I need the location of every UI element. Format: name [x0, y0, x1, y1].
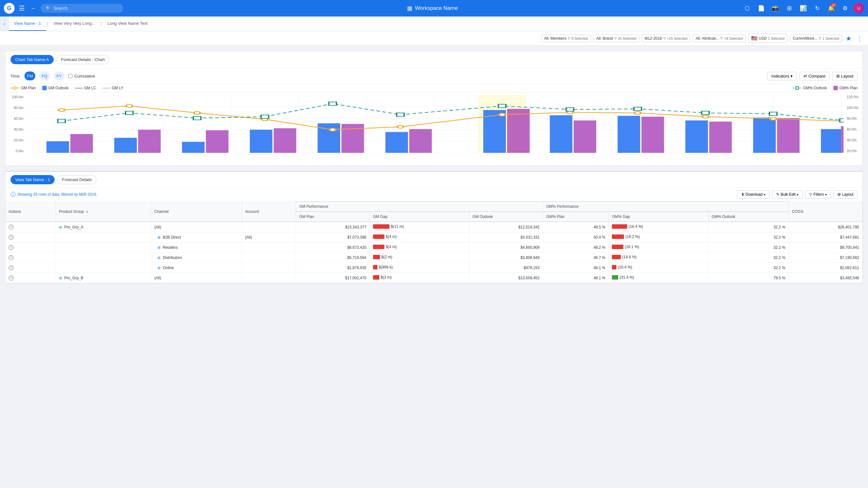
row-cogs: $7,190,562 — [788, 252, 862, 263]
chart-content-area: Chart Tab Name A Forecast Details - Char… — [5, 51, 863, 166]
download-button[interactable]: ⬇ Download ▾ — [737, 190, 770, 199]
view-tab-3[interactable]: Long View Name Text — [102, 17, 153, 31]
expand-icon-4[interactable]: ⊞ — [158, 256, 160, 260]
chart-right-controls: Indicators ▾ ⇄ Compare ⊞ Layout — [767, 72, 858, 81]
cumulative-label: Cumulative — [74, 74, 95, 79]
svg-rect-35 — [70, 134, 93, 153]
info-circle-icon[interactable]: ⓘ — [8, 235, 14, 240]
row-gm-gap: $(4 m) — [370, 232, 469, 242]
bulk-edit-button[interactable]: ✎ Bulk Edit ▾ — [772, 190, 803, 199]
row-actions[interactable]: ⓘ — [5, 263, 56, 273]
settings-button[interactable]: ⚙ — [839, 3, 851, 14]
row-gm-gap: $(2 m) — [370, 252, 469, 263]
table-layout-button[interactable]: ⊞ Layout — [833, 190, 858, 199]
back-button[interactable]: ← — [29, 4, 37, 13]
info-circle-icon[interactable]: ⓘ — [8, 245, 14, 250]
info-circle-icon[interactable]: ⓘ — [8, 255, 14, 260]
table-row: ⓘ ⊞ Online $1,876,935 $(899 k) — [5, 263, 863, 273]
view-tab-2[interactable]: View Very Very Long... — [48, 17, 100, 31]
row-gm-pct-gap: (16.1 %) — [609, 242, 708, 252]
gm-plan-line-icon — [10, 86, 20, 90]
svg-rect-44 — [709, 122, 732, 153]
filter-funnel-icon-4: ▽ — [720, 36, 723, 40]
info-circle-icon[interactable]: ⓘ — [8, 275, 14, 280]
fm-period-button[interactable]: FM — [25, 71, 35, 81]
compare-button[interactable]: ⇄ Compare — [799, 72, 829, 81]
notifications-button[interactable]: 🔔 19 — [826, 3, 837, 14]
row-actions[interactable]: ⓘ — [5, 222, 56, 232]
hamburger-menu-button[interactable]: ☰ — [18, 3, 26, 13]
chart-svg: M01-2020 M02-2020 M03-2020 M04-2020 M05-… — [28, 95, 843, 153]
col-header-product-group[interactable]: Product Group ⇅ — [56, 202, 151, 222]
row-actions[interactable]: ⓘ — [5, 242, 56, 252]
y-axis-right: 120.0% 100.0% 80.0% 60.0% 40.0% 20.0% — [844, 95, 863, 153]
tab-nav-button[interactable]: ‹ — [0, 17, 9, 31]
gm-outlook-label: GM Outlook — [48, 86, 69, 90]
cumulative-checkbox-label[interactable]: Cumulative — [68, 74, 95, 79]
filters-button[interactable]: ▽ Filters ▾ — [805, 190, 831, 199]
chart-tab-forecast[interactable]: Forecast Details - Chart — [56, 55, 109, 64]
row-gm-outlook: $3,531,331 — [469, 232, 543, 242]
favorite-star-button[interactable]: ★ — [844, 33, 853, 43]
view-tab-1[interactable]: View Name - 1 — [9, 17, 46, 31]
table-tab-forecast[interactable]: Forecast Details — [57, 175, 97, 184]
filter-date[interactable]: M12-2018 ▽ +15 Selected — [642, 35, 690, 42]
search-bar[interactable]: 🔍 — [41, 4, 123, 13]
row-cogs: $3,485,548 — [788, 273, 862, 283]
chevron-down-icon: ▾ — [790, 74, 793, 79]
gm-pct-gap-bar — [612, 265, 616, 269]
row-actions[interactable]: ⓘ — [5, 252, 56, 263]
info-circle-icon[interactable]: ⓘ — [8, 265, 14, 270]
indicators-button[interactable]: Indicators ▾ — [767, 72, 797, 81]
fy-period-button[interactable]: FY — [54, 71, 64, 81]
expand-icon-2[interactable]: ⊞ — [158, 236, 160, 239]
table-tab-1[interactable]: View Tab Name - 1 — [10, 175, 55, 184]
expand-icon-6[interactable]: ⊞ — [59, 276, 62, 280]
user-avatar[interactable]: U — [854, 3, 864, 14]
refresh-button[interactable]: ↻ — [811, 3, 823, 14]
gm-lc-line-icon — [75, 88, 83, 89]
svg-rect-32 — [685, 120, 708, 153]
export-pdf-button[interactable]: ⬡ — [742, 3, 753, 14]
row-gm-pct-gap: (16.4 %) — [609, 222, 708, 232]
table-row: ⓘ ⊞ Distributors $5,719,584 $(2 m) — [5, 252, 863, 263]
row-cogs: $26,401,795 — [788, 222, 862, 232]
gm-pct-gap-bar — [612, 224, 627, 229]
expand-icon[interactable]: ⊞ — [59, 225, 62, 229]
row-gm-pct-gap: (18.2 %) — [609, 232, 708, 242]
chart-tab-name-a[interactable]: Chart Tab Name A — [10, 55, 54, 64]
filter-members[interactable]: All: Members ▽ 9 Selected — [541, 35, 591, 42]
col-header-gm-outlook: GM Outlook — [469, 212, 543, 222]
chart-button[interactable]: 📊 — [798, 3, 809, 14]
screenshot-button[interactable]: 📸 — [770, 3, 781, 14]
table-scroll-container[interactable]: Actions Product Group ⇅ Channel Account … — [5, 202, 863, 283]
filter-brand[interactable]: All: Brand ▽ 24 Selected — [593, 35, 639, 42]
row-gm-plan: $17,002,470 — [296, 273, 370, 283]
svg-rect-26 — [250, 130, 272, 153]
filter-currency[interactable]: 🇺🇸 USD 1 Selected — [748, 34, 787, 43]
filter-attribute[interactable]: All: Attribute... ▽ +8 Selected — [693, 35, 745, 42]
expand-icon-3[interactable]: ⊞ — [158, 246, 160, 249]
cumulative-checkbox[interactable] — [68, 74, 72, 78]
row-actions[interactable]: ⓘ — [5, 273, 56, 283]
row-actions[interactable]: ⓘ — [5, 232, 56, 242]
info-circle-icon[interactable]: ⓘ — [8, 224, 14, 230]
export-doc-button[interactable]: 📄 — [755, 3, 767, 14]
svg-rect-66 — [566, 108, 574, 111]
fq-period-button[interactable]: FQ — [39, 71, 50, 81]
row-gm-pct-gap: (16.4 %) — [609, 263, 708, 273]
table-row: ⓘ ⊞ B2B Direct (All) $7,073,398 $(4 m) — [5, 232, 863, 242]
gm-gap-bar — [373, 265, 377, 269]
svg-rect-59 — [58, 119, 65, 123]
row-account: (All) — [242, 232, 296, 242]
search-input[interactable] — [53, 6, 118, 11]
more-options-button[interactable]: ⋮ — [855, 33, 864, 43]
col-header-actions: Actions — [5, 202, 56, 222]
expand-icon-5[interactable]: ⊞ — [158, 266, 160, 270]
chart-tabs: Chart Tab Name A Forecast Details - Char… — [5, 51, 863, 68]
layout-button[interactable]: ⊞ Layout — [832, 72, 858, 81]
sort-icon: ⇅ — [86, 210, 88, 214]
col-header-gm-pct-plan: GM% Plan — [543, 212, 609, 222]
filter-workspace[interactable]: CurrentWork... ▽ 1 Selected — [790, 35, 842, 42]
table-button[interactable]: ⊞ — [783, 3, 795, 14]
